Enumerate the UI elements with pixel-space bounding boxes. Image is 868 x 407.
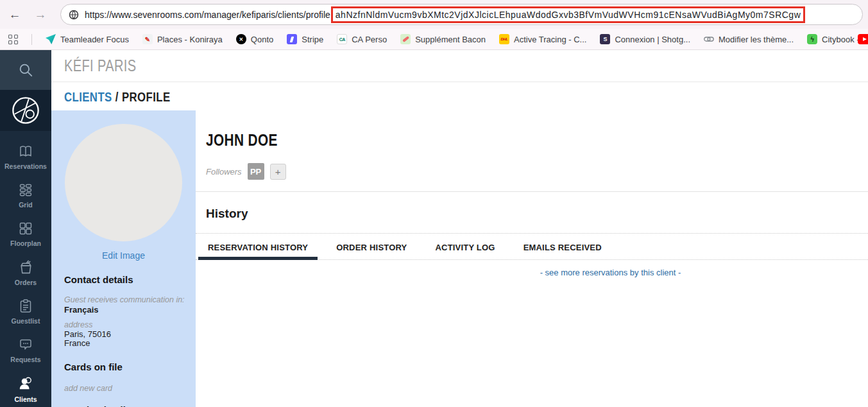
tab-reservation-history[interactable]: RESERVATION HISTORY bbox=[207, 234, 309, 259]
edit-image-link[interactable]: Edit Image bbox=[51, 250, 196, 261]
bookmark-label: Places - Koniraya bbox=[157, 35, 223, 44]
bookmark-qonto[interactable]: Qonto bbox=[236, 34, 273, 44]
person-icon bbox=[17, 376, 34, 392]
qonto-icon bbox=[236, 34, 246, 44]
add-follower-button[interactable]: + bbox=[270, 164, 286, 180]
bookmark-label: Teamleader Focus bbox=[60, 35, 129, 44]
apps-grid-icon[interactable] bbox=[8, 35, 18, 44]
sidebar-nav: Reservations Grid Floorplan Orders Guest… bbox=[0, 131, 51, 407]
follower-badge[interactable]: PP bbox=[248, 163, 264, 180]
citybook-icon bbox=[807, 34, 817, 44]
loyalty-details-heading: Loyalty details bbox=[64, 404, 196, 407]
bookmark-label: Modifier les thème... bbox=[719, 35, 794, 44]
address-city: Paris, 75016 bbox=[64, 330, 196, 339]
communication-label: Guest receives communication in: bbox=[64, 295, 196, 305]
tab-order-history[interactable]: ORDER HISTORY bbox=[335, 234, 408, 259]
history-tabs: RESERVATION HISTORY ORDER HISTORY ACTIVI… bbox=[196, 234, 868, 260]
history-tabs-wrap: RESERVATION HISTORY ORDER HISTORY ACTIVI… bbox=[196, 233, 868, 260]
bookmark-label: Active Tracing - C... bbox=[514, 35, 586, 44]
book-icon bbox=[17, 144, 34, 159]
breadcrumb-clients-link[interactable]: CLIENTS bbox=[64, 89, 112, 104]
shotgun-icon bbox=[600, 34, 610, 44]
address-bar[interactable]: https://www.sevenrooms.com/manager/kefip… bbox=[60, 4, 863, 25]
sidebar-item-label: Grid bbox=[19, 201, 33, 209]
credit-agricole-icon bbox=[337, 34, 347, 44]
bookmark-label: Supplément Bacon bbox=[415, 35, 486, 44]
teamleader-icon bbox=[46, 34, 56, 44]
address-country: France bbox=[64, 339, 196, 348]
bookmarks-separator bbox=[31, 34, 32, 45]
bookmark-active-tracing[interactable]: Active Tracing - C... bbox=[499, 34, 586, 44]
breadcrumb-page: PROFILE bbox=[122, 89, 171, 104]
bookmark-label: Qonto bbox=[251, 35, 273, 44]
contact-details-heading: Contact details bbox=[64, 274, 196, 285]
bookmark-supplement-bacon[interactable]: Supplément Bacon bbox=[400, 34, 486, 44]
add-new-card-link[interactable]: add new card bbox=[64, 384, 196, 394]
followers-row: Followers PP + bbox=[206, 163, 868, 180]
section-divider bbox=[196, 191, 868, 192]
client-profile-body: Edit Image Contact details Guest receive… bbox=[51, 110, 868, 407]
sidebar-logo-button[interactable] bbox=[0, 90, 51, 131]
dhl-icon bbox=[499, 34, 509, 44]
chat-bubble-icon bbox=[18, 337, 33, 352]
bacon-icon bbox=[400, 34, 411, 44]
sidebar-item-reservations[interactable]: Reservations bbox=[0, 144, 51, 170]
breadcrumb-row: CLIENTS / PROFILE bbox=[51, 83, 868, 110]
sidebar-search-button[interactable] bbox=[0, 50, 51, 90]
url-text[interactable]: https://www.sevenrooms.com/manager/kefip… bbox=[85, 6, 805, 23]
bookmark-label: Connexion | Shotg... bbox=[615, 35, 690, 44]
avatar bbox=[65, 124, 182, 241]
link-icon bbox=[704, 34, 714, 44]
sidebar-item-orders[interactable]: Orders bbox=[0, 259, 51, 286]
client-name: JOHN DOE bbox=[206, 130, 278, 150]
stripe-icon bbox=[287, 34, 297, 44]
sidebar-item-label: Requests bbox=[10, 356, 40, 363]
bookmark-connexion-shotgun[interactable]: Connexion | Shotg... bbox=[600, 34, 690, 44]
tab-emails-received[interactable]: EMAILS RECEIVED bbox=[522, 234, 603, 259]
search-icon bbox=[17, 62, 34, 78]
url-prefix: https://www.sevenrooms.com/manager/kefip… bbox=[85, 10, 330, 20]
globe-icon[interactable] bbox=[69, 10, 79, 20]
grid-icon bbox=[18, 182, 33, 198]
followers-label: Followers bbox=[206, 167, 242, 177]
breadcrumb: CLIENTS / PROFILE bbox=[64, 89, 171, 105]
youtube-icon[interactable] bbox=[858, 34, 868, 44]
url-highlighted-token: ahNzfnNldmVucm9vbXMtc2VjdXJlcicLEhpuaWdo… bbox=[331, 6, 805, 23]
sidebar-item-clients[interactable]: Clients bbox=[0, 376, 51, 403]
sidebar-item-requests[interactable]: Requests bbox=[0, 337, 51, 363]
back-icon[interactable]: ← bbox=[6, 6, 23, 23]
address-label: address bbox=[64, 320, 196, 330]
breadcrumb-separator: / bbox=[115, 89, 119, 104]
app-sidebar: Reservations Grid Floorplan Orders Guest… bbox=[0, 50, 51, 407]
sidebar-item-label: Guestlist bbox=[12, 317, 40, 325]
sidebar-item-label: Orders bbox=[15, 279, 37, 286]
profile-side-panel: Edit Image Contact details Guest receive… bbox=[51, 110, 196, 407]
browser-toolbar: ← → ⟳ https://www.sevenrooms.com/manager… bbox=[0, 0, 868, 29]
history-heading: History bbox=[206, 207, 868, 221]
sidebar-item-guestlist[interactable]: Guestlist bbox=[0, 299, 51, 325]
see-more-reservations-link[interactable]: - see more reservations by this client - bbox=[196, 268, 868, 277]
forward-icon[interactable]: → bbox=[32, 6, 49, 23]
bookmark-label: CA Perso bbox=[352, 35, 387, 44]
bookmark-teamleader[interactable]: Teamleader Focus bbox=[46, 34, 129, 44]
sidebar-item-floorplan[interactable]: Floorplan bbox=[0, 221, 51, 247]
browser-window: ← → ⟳ https://www.sevenrooms.com/manager… bbox=[0, 0, 868, 407]
tab-activity-log[interactable]: ACTIVITY LOG bbox=[434, 234, 496, 259]
cards-on-file-heading: Cards on file bbox=[64, 361, 196, 372]
venue-name: KÉFI PARIS bbox=[64, 56, 137, 75]
takeout-box-icon bbox=[18, 259, 34, 275]
bookmarks-bar: Teamleader Focus Places - Koniraya Qonto… bbox=[0, 29, 868, 50]
bookmark-ca-perso[interactable]: CA Perso bbox=[337, 34, 387, 44]
profile-main: JOHN DOE Followers PP + History RESERVAT… bbox=[196, 110, 868, 407]
clipboard-icon bbox=[18, 299, 33, 314]
communication-language: Français bbox=[64, 306, 196, 315]
bookmark-label: Stripe bbox=[302, 35, 323, 44]
floorplan-icon bbox=[18, 221, 33, 236]
sidebar-item-grid[interactable]: Grid bbox=[0, 182, 51, 209]
sevenrooms-logo-icon bbox=[11, 96, 40, 125]
sidebar-item-label: Floorplan bbox=[10, 239, 41, 247]
bookmark-stripe[interactable]: Stripe bbox=[287, 34, 323, 44]
sidebar-item-label: Clients bbox=[14, 395, 37, 403]
bookmark-modifier-themes[interactable]: Modifier les thème... bbox=[704, 34, 794, 44]
bookmark-places[interactable]: Places - Koniraya bbox=[142, 34, 223, 44]
